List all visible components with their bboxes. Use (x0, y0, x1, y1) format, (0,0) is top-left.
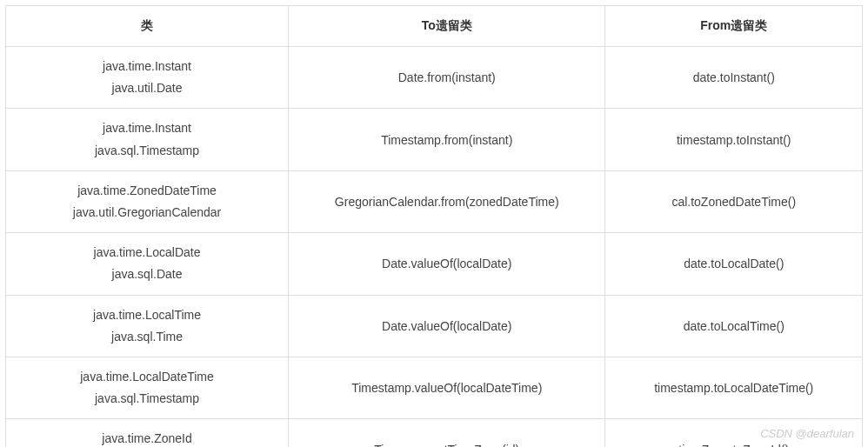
class-cell: java.time.ZonedDateTime java.util.Gregor… (6, 170, 289, 232)
table-row: java.time.ZonedDateTime java.util.Gregor… (6, 170, 863, 232)
table-row: java.time.LocalDate java.sql.Date Date.v… (6, 233, 863, 295)
table-row: java.time.Instant java.sql.Timestamp Tim… (6, 109, 863, 170)
class-line-2: java.sql.Timestamp (13, 388, 281, 410)
to-cell: Timestamp.from(instant) (289, 109, 605, 170)
header-to-legacy: To遗留类 (289, 6, 605, 47)
from-cell: date.toInstant() (605, 47, 863, 109)
conversion-table: 类 To遗留类 From遗留类 java.time.Instant java.u… (5, 5, 863, 447)
class-line-1: java.time.Instant (13, 117, 281, 139)
header-class: 类 (6, 6, 289, 47)
class-cell: java.time.Instant java.sql.Timestamp (6, 109, 289, 170)
class-line-2: java.util.Date (13, 77, 281, 99)
table-row: java.time.LocalDateTime java.sql.Timesta… (6, 357, 863, 418)
header-row: 类 To遗留类 From遗留类 (6, 6, 863, 47)
from-cell: timestamp.toLocalDateTime() (605, 357, 863, 418)
table-row: java.time.Instant java.util.Date Date.fr… (6, 47, 863, 109)
class-cell: java.time.Instant java.util.Date (6, 47, 289, 109)
class-line-1: java.time.LocalDate (13, 242, 281, 264)
class-cell: java.time.LocalTime java.sql.Time (6, 295, 289, 357)
class-line-1: java.time.LocalDateTime (13, 366, 281, 388)
from-cell: date.toLocalTime() (605, 295, 863, 357)
class-line-1: java.time.ZoneId (13, 428, 281, 447)
header-from-legacy: From遗留类 (605, 6, 863, 47)
class-line-2: java.util.GregorianCalendar (13, 202, 281, 224)
from-cell: timestamp.toInstant() (605, 109, 863, 170)
from-cell: date.toLocalDate() (605, 233, 863, 295)
to-cell: Date.valueOf(localDate) (289, 295, 605, 357)
from-cell: cal.toZonedDateTime() (605, 170, 863, 232)
table-row: java.time.ZoneId java.util.TimeZone Time… (6, 419, 863, 447)
class-line-2: java.sql.Date (13, 264, 281, 285)
to-cell: Date.from(instant) (289, 47, 605, 109)
to-cell: Date.valueOf(localDate) (289, 233, 605, 295)
table-row: java.time.LocalTime java.sql.Time Date.v… (6, 295, 863, 357)
to-cell: Timezone.getTimeZone(id) (289, 419, 605, 447)
watermark-text: CSDN @dearfulan (760, 427, 854, 440)
class-cell: java.time.LocalDate java.sql.Date (6, 233, 289, 295)
class-line-2: java.sql.Time (13, 326, 281, 348)
class-cell: java.time.LocalDateTime java.sql.Timesta… (6, 357, 289, 418)
class-cell: java.time.ZoneId java.util.TimeZone (6, 419, 289, 447)
class-line-2: java.sql.Timestamp (13, 140, 281, 162)
class-line-1: java.time.ZonedDateTime (13, 180, 281, 202)
to-cell: GregorianCalendar.from(zonedDateTime) (289, 170, 605, 232)
class-line-1: java.time.Instant (13, 56, 281, 77)
class-line-1: java.time.LocalTime (13, 304, 281, 326)
to-cell: Timestamp.valueOf(localDateTime) (289, 357, 605, 418)
